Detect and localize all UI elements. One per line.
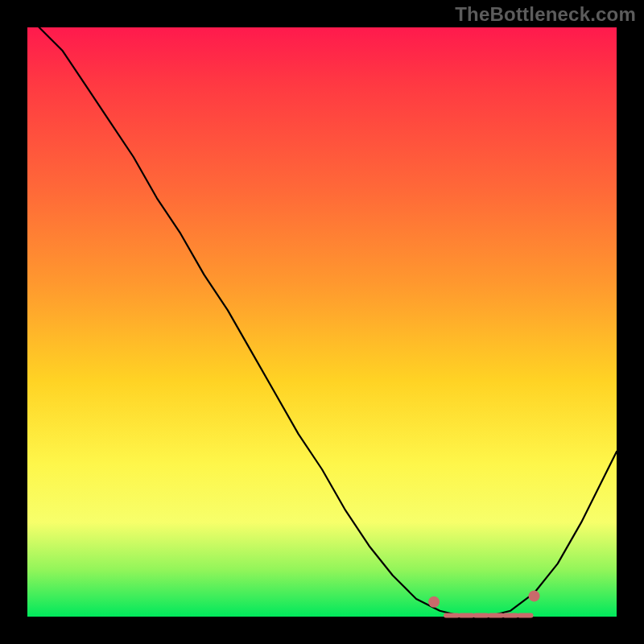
marker-dot [529,590,540,601]
optimal-zone-end-dots [428,590,539,607]
plot-svg [27,27,617,617]
chart-frame: TheBottleneck.com [0,0,644,644]
bottleneck-curve [39,27,617,617]
watermark-text: TheBottleneck.com [455,3,636,26]
marker-dot [428,597,440,608]
gradient-plot-area [27,27,617,617]
